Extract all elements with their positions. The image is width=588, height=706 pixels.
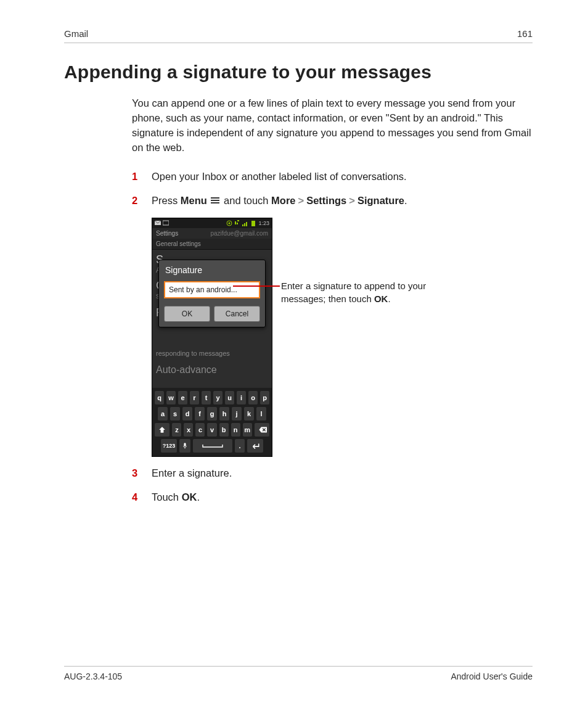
svg-point-3 [229,222,231,224]
step-3: Enter a signature. [132,466,533,482]
callout-leader-line [233,285,280,287]
key-y[interactable]: y [213,390,223,405]
backspace-key[interactable] [254,422,270,437]
svg-rect-5 [244,223,245,226]
key-e[interactable]: e [178,390,188,405]
mic-key[interactable] [179,438,191,453]
step-2-prefix: Press [152,195,181,206]
status-time: 1:23 [258,220,269,226]
annotation-line-2: messages; then touch [281,293,374,304]
step-list: Open your Inbox or another labeled list … [132,169,533,209]
key-n[interactable]: n [231,422,241,437]
ok-button[interactable]: OK [164,306,210,322]
settings-background: S Ad C s R responding to messages Auto-a… [152,250,272,388]
key-p[interactable]: p [259,390,270,405]
key-g[interactable]: g [206,406,218,421]
step-4: Touch OK. [132,490,533,506]
key-u[interactable]: u [224,390,235,405]
key-a[interactable]: a [157,406,168,421]
signature-input[interactable]: Sent by an android... [164,281,260,298]
period-key[interactable]: . [234,438,245,453]
key-z[interactable]: z [171,422,182,437]
step-4-ok: OK [182,491,197,503]
key-l[interactable]: l [256,406,267,421]
keyboard-row-3: zxcvbnm [154,422,270,437]
key-f[interactable]: f [194,406,205,421]
annotation: Enter a signature to append to your mess… [281,279,426,305]
step-2-more: More [271,195,295,206]
annotation-period: . [388,293,390,304]
key-x[interactable]: x [183,422,194,437]
battery-icon [250,220,256,226]
data-icon [234,220,240,226]
step-1-text: Open your Inbox or another labeled list … [152,171,407,182]
app-subtitle: General settings [152,239,272,250]
content-column: You can append one or a few lines of pla… [64,96,533,506]
key-w[interactable]: w [166,390,176,405]
key-d[interactable]: d [182,406,193,421]
intro-paragraph: You can append one or a few lines of pla… [132,96,533,155]
key-i[interactable]: i [236,390,247,405]
keyboard-row-1: qwertyuiop [154,390,270,405]
key-h[interactable]: h [219,406,230,421]
chevron-right-icon: > [349,195,355,206]
figure-row: 1:23 Settings pazifdue@gmail.com General… [152,218,533,457]
enter-key[interactable] [247,438,264,453]
keyboard-row-2: asdfghjkl [154,406,270,421]
window-icon [163,220,169,226]
key-t[interactable]: t [201,390,211,405]
keyboard-row-4: ?123 . [154,438,270,453]
page: Gmail 161 Appending a signature to your … [0,0,588,706]
svg-rect-7 [251,221,255,226]
step-2-settings: Settings [306,195,346,206]
svg-rect-1 [163,221,169,225]
step-3-text: Enter a signature. [152,467,232,478]
app-title-bar: Settings pazifdue@gmail.com [152,228,272,239]
key-b[interactable]: b [219,422,229,437]
page-title: Appending a signature to your messages [64,62,533,83]
footer-rule [64,666,533,667]
on-screen-keyboard[interactable]: qwertyuiop asdfghjkl zxcvbnm ?123 [152,388,272,456]
svg-rect-4 [242,224,243,226]
step-2: Press Menu and touch More>Settings>Signa… [132,193,533,209]
signature-dialog: Signature Sent by an android... OK Cance… [158,260,266,327]
dialog-title: Signature [159,260,265,279]
header-page-number: 161 [517,28,533,39]
status-right: 1:23 [226,220,269,226]
key-o[interactable]: o [248,390,258,405]
key-m[interactable]: m [242,422,253,437]
annotation-line-1: Enter a signature to append to your [281,281,426,291]
step-2-menu-word: Menu [181,195,207,206]
signal-icon [242,220,248,226]
shift-key[interactable] [154,422,170,437]
chevron-right-icon: > [298,195,304,206]
step-1: Open your Inbox or another labeled list … [132,169,533,185]
key-r[interactable]: r [189,390,200,405]
header-section: Gmail [64,28,88,39]
key-v[interactable]: v [206,422,217,437]
key-q[interactable]: q [154,390,165,405]
step-list-continued: Enter a signature. Touch OK. [132,466,533,506]
key-k[interactable]: k [243,406,255,421]
bg-auto-advance: Auto-advance [156,364,217,376]
running-header: Gmail 161 [64,28,533,39]
footer-doc-id: AUG-2.3.4-105 [64,671,122,681]
mail-icon [155,220,161,226]
bg-reply-desc: responding to messages [156,350,230,357]
menu-icon [211,197,219,205]
key-c[interactable]: c [195,422,205,437]
key-s[interactable]: s [169,406,181,421]
step-4-prefix: Touch [152,491,182,503]
cancel-button[interactable]: Cancel [214,306,260,322]
phone-screenshot: 1:23 Settings pazifdue@gmail.com General… [152,218,272,457]
symbols-key[interactable]: ?123 [160,438,178,453]
status-left [155,220,169,226]
space-key[interactable] [192,438,233,453]
step-2-signature: Signature [357,195,404,206]
step-2-mid: and touch [221,195,271,206]
app-account: pazifdue@gmail.com [210,230,268,237]
svg-rect-6 [246,222,247,226]
dialog-button-row: OK Cancel [159,301,265,322]
annotation-ok: OK [374,293,388,304]
key-j[interactable]: j [231,406,242,421]
